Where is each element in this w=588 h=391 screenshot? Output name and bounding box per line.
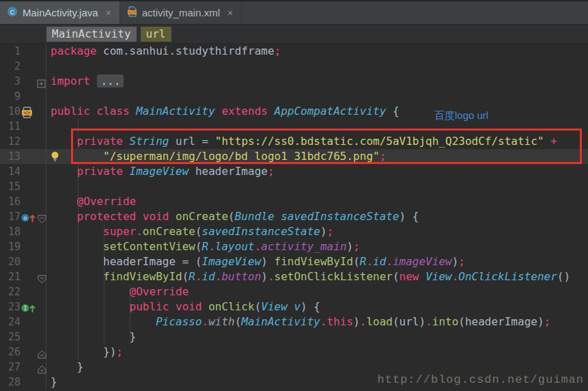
code-token: onCreate (169, 210, 228, 223)
code-token: R (202, 240, 209, 253)
code-token: onCreate (143, 225, 195, 238)
code-line: 1package com.sanhui.studythirdframe; (0, 44, 588, 59)
lightbulb-icon[interactable] (51, 151, 59, 164)
annotation-label: 百度logo url (434, 109, 488, 122)
code-token (51, 135, 77, 148)
code-text[interactable]: protected void onCreate(Bundle savedInst… (46, 209, 588, 224)
java-class-icon: C (7, 6, 18, 19)
gutter: 28 (0, 375, 46, 390)
code-text[interactable]: setContentView(R.layout.activity_main); (46, 239, 588, 254)
code-token: ; (116, 345, 123, 358)
svg-text:</>: </> (128, 10, 136, 15)
code-token: ) (261, 255, 274, 268)
code-text[interactable]: } (46, 360, 588, 375)
gutter: 9 (0, 89, 46, 104)
code-text[interactable]: public void onClick(View v) { (46, 299, 588, 314)
code-token: String (123, 135, 169, 148)
code-token: { (386, 105, 399, 118)
code-text[interactable] (46, 59, 588, 74)
code-line: 16 @Override (0, 194, 588, 209)
code-text[interactable]: findViewById(R.id.button).setOnClickList… (46, 269, 588, 284)
code-text[interactable]: } (46, 329, 588, 345)
code-token: extends (215, 105, 268, 118)
line-number: 15 (0, 179, 20, 194)
code-text[interactable]: headerImage = (ImageView) findViewById(R… (46, 254, 588, 269)
code-token: Picasso (156, 315, 201, 328)
code-text[interactable]: super.onCreate(savedInstanceState); (46, 224, 588, 239)
code-text[interactable]: @Override (46, 194, 588, 209)
svg-text:I: I (24, 306, 27, 312)
gutter: 13 (0, 149, 46, 164)
code-token: ImageView (123, 165, 188, 178)
code-token: MainActivity (130, 105, 215, 118)
code-text[interactable]: Picasso.with(MainActivity.this).load(url… (46, 314, 588, 329)
code-token: View (419, 270, 452, 283)
code-token: public void (130, 300, 202, 313)
code-token: new (400, 270, 419, 283)
code-token: imageView (393, 255, 452, 268)
code-token: ( (195, 240, 202, 253)
code-token: (headerImage) (458, 315, 544, 328)
gutter: 18 (0, 224, 46, 239)
tab-activity-main-xml[interactable]: </> activity_main.xml × (120, 1, 242, 24)
code-token: ( (393, 270, 400, 283)
line-number: 28 (0, 375, 20, 390)
code-token: "/superman/img/logo/bd_logo1_31bdc765.pn… (103, 150, 380, 163)
code-token: . (202, 315, 209, 328)
gutter: 25 (0, 329, 46, 345)
tab-mainactivity-java[interactable]: C MainActivity.java × (0, 1, 120, 24)
gutter: 3 (0, 74, 46, 89)
code-token: package (51, 44, 96, 57)
code-line: 17o protected void onCreate(Bundle saved… (0, 209, 588, 224)
gutter: 23I (0, 299, 46, 314)
code-token (51, 210, 77, 223)
code-token (51, 240, 103, 253)
code-line: 9 (0, 89, 588, 104)
code-text[interactable]: private ImageView headerImage; (46, 164, 588, 179)
code-text[interactable]: package com.sanhui.studythirdframe; (46, 44, 588, 59)
code-text[interactable]: "/superman/img/logo/bd_logo1_31bdc765.pn… (46, 149, 588, 164)
code-token (51, 285, 130, 298)
code-text[interactable]: @Override (46, 284, 588, 299)
line-number: 19 (0, 239, 20, 254)
close-icon[interactable]: × (106, 8, 111, 18)
line-number: 26 (0, 345, 20, 360)
code-token: . (360, 315, 367, 328)
code-token: id (202, 270, 215, 283)
code-token: url = (169, 135, 214, 148)
code-token: } (51, 330, 136, 343)
code-text[interactable] (46, 119, 588, 134)
gutter: 11 (0, 119, 46, 134)
code-token (51, 195, 77, 208)
code-token (51, 270, 103, 283)
code-token: . (366, 255, 373, 268)
code-text[interactable]: private String url = "https://ss0.bdstat… (46, 134, 588, 149)
gutter: 17o (0, 209, 46, 224)
code-text[interactable]: public class MainActivity extends AppCom… (46, 104, 588, 119)
code-token: private (77, 165, 123, 178)
code-text[interactable]: }); (46, 345, 588, 360)
line-number: 21 (0, 269, 20, 284)
code-token: private (77, 135, 123, 148)
line-number: 9 (0, 89, 20, 104)
code-token (90, 75, 97, 87)
breadcrumb-item-field[interactable]: url (141, 27, 171, 42)
code-token: headerImage = ( (51, 255, 202, 268)
xml-file-icon: </> (127, 6, 137, 19)
code-line: 15 (0, 179, 588, 194)
code-token: ) (452, 255, 459, 268)
breadcrumb-item-class[interactable]: MainActivity (46, 27, 137, 42)
code-token: ( (228, 210, 235, 223)
line-number: 2 (0, 59, 20, 74)
gutter: 24 (0, 314, 46, 329)
close-icon[interactable]: × (227, 8, 233, 18)
editor[interactable]: 1package com.sanhui.studythirdframe;23im… (0, 44, 588, 390)
code-token: . (452, 270, 459, 283)
code-text[interactable] (46, 89, 588, 104)
code-line: 23I public void onClick(View v) { (0, 299, 588, 314)
code-text[interactable] (46, 179, 588, 194)
code-text[interactable]: import ... (46, 74, 588, 89)
gutter: 15 (0, 179, 46, 194)
code-token: }) (51, 345, 116, 358)
code-token: ; (353, 240, 360, 253)
